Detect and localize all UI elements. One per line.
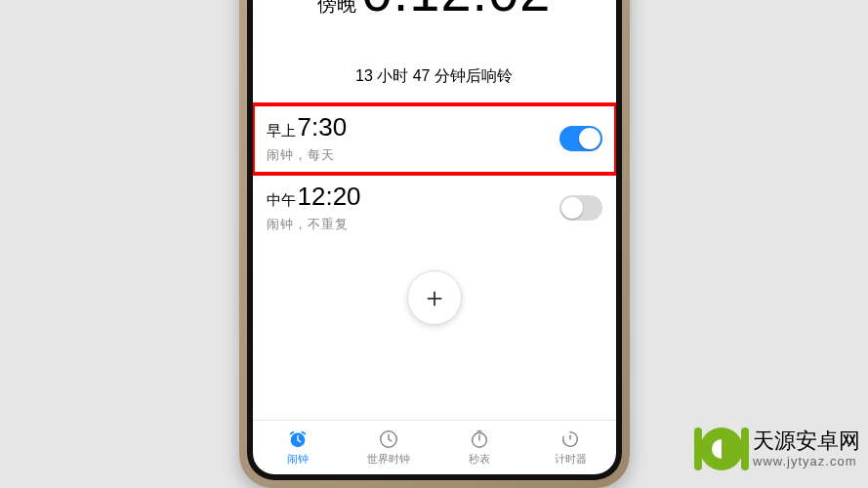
plus-icon: ＋ xyxy=(421,279,448,316)
current-time: 傍晚 0.12.02 xyxy=(253,0,616,20)
add-alarm-button[interactable]: ＋ xyxy=(407,270,462,325)
alarm-time: 7:30 xyxy=(298,112,348,142)
alarm-info: 早上 7:30 闹钟，每天 xyxy=(267,112,550,164)
alarm-clock-icon xyxy=(287,428,309,450)
current-time-period: 傍晚 xyxy=(317,0,356,14)
alarm-toggle[interactable] xyxy=(559,195,602,221)
current-time-value: 0.12.02 xyxy=(362,0,552,20)
alarm-info: 中午 12:20 闹钟，不重复 xyxy=(267,182,550,233)
alarm-time: 12:20 xyxy=(298,182,361,212)
watermark-text: 天源安卓网 www.jytyaz.com xyxy=(753,428,860,469)
alarm-period: 早上 xyxy=(267,122,296,141)
tab-label: 秒表 xyxy=(469,452,490,467)
tab-world-clock[interactable]: 世界时钟 xyxy=(344,421,434,474)
tab-bar: 闹钟 世界时钟 秒表 xyxy=(253,420,616,474)
watermark-url: www.jytyaz.com xyxy=(753,454,860,469)
tab-label: 计时器 xyxy=(555,452,587,467)
watermark-logo-icon xyxy=(700,427,743,470)
tab-label: 闹钟 xyxy=(287,452,309,467)
alarm-period: 中午 xyxy=(267,191,296,210)
tab-stopwatch[interactable]: 秒表 xyxy=(434,421,525,474)
next-ring-label: 13 小时 47 分钟后响铃 xyxy=(253,66,616,87)
alarm-item[interactable]: 中午 12:20 闹钟，不重复 xyxy=(253,174,616,243)
watermark-title: 天源安卓网 xyxy=(753,428,860,454)
timer-icon xyxy=(559,428,581,450)
tab-alarm[interactable]: 闹钟 xyxy=(253,421,344,474)
tab-label: 世界时钟 xyxy=(367,452,410,467)
tab-timer[interactable]: 计时器 xyxy=(525,421,616,474)
phone-bezel: 傍晚 0.12.02 13 小时 47 分钟后响铃 早上 7:30 闹钟，每天 xyxy=(247,0,622,480)
alarm-item[interactable]: 早上 7:30 闹钟，每天 xyxy=(253,104,616,174)
stopwatch-icon xyxy=(469,428,490,450)
alarm-subtitle: 闹钟，不重复 xyxy=(267,216,550,233)
alarm-toggle[interactable] xyxy=(559,126,602,151)
clock-icon xyxy=(378,428,399,450)
alarm-list: 早上 7:30 闹钟，每天 中午 12:20 闹钟，不重复 xyxy=(253,104,616,243)
phone-frame: 傍晚 0.12.02 13 小时 47 分钟后响铃 早上 7:30 闹钟，每天 xyxy=(239,0,630,488)
alarm-subtitle: 闹钟，每天 xyxy=(267,146,550,164)
screen: 傍晚 0.12.02 13 小时 47 分钟后响铃 早上 7:30 闹钟，每天 xyxy=(253,0,616,474)
watermark: 天源安卓网 www.jytyaz.com xyxy=(700,427,868,470)
